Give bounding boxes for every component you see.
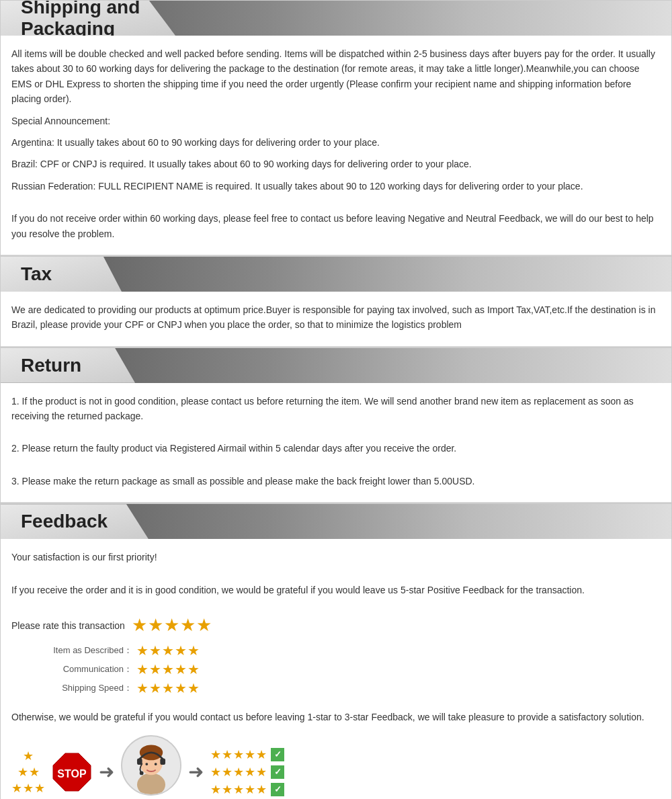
ls4: ★: [11, 781, 22, 796]
tax-header: Tax: [1, 257, 671, 292]
shipping-header-tab: Shipping and Packaging: [1, 1, 175, 36]
ls6: ★: [34, 781, 45, 796]
gs9: ★: [245, 765, 255, 780]
gs15: ★: [256, 782, 267, 797]
s3: ★: [162, 661, 174, 677]
gs10: ★: [256, 765, 267, 780]
gs4: ★: [245, 747, 255, 762]
please-rate-stars: ★ ★ ★ ★ ★: [132, 615, 212, 636]
good-stars-3: ★ ★ ★ ★ ★: [210, 782, 267, 797]
s2: ★: [149, 661, 161, 677]
low-stars-row1: ★: [23, 749, 34, 763]
item-described-row: Item as Described： ★ ★ ★ ★ ★: [25, 642, 661, 659]
shipping-p2: If you do not receive order within 60 wo…: [11, 211, 661, 241]
s5: ★: [187, 661, 200, 677]
star2: ★: [148, 615, 163, 636]
s5: ★: [187, 642, 200, 659]
stop-octagon-icon: STOP: [52, 752, 92, 792]
stop-sign: STOP: [52, 752, 92, 792]
agent-avatar: [121, 735, 181, 796]
arrow-right-icon: ➜: [99, 761, 114, 783]
tax-content: We are dedicated to providing our produc…: [1, 292, 671, 347]
feedback-section: Feedback Your satisfaction is our first …: [0, 503, 672, 799]
s1: ★: [136, 661, 149, 677]
gs3: ★: [233, 747, 244, 762]
return-header-tab: Return: [1, 348, 135, 383]
shipping-argentina: Argentina: It usually takes about 60 to …: [11, 135, 661, 150]
arrow-right-icon2: ➜: [188, 761, 204, 783]
feedback-content: Your satisfaction is our first priority!…: [1, 539, 671, 799]
s2: ★: [149, 680, 161, 696]
gs2: ★: [222, 747, 233, 762]
tax-title: Tax: [11, 263, 52, 285]
check2: ✓: [271, 765, 284, 779]
s5: ★: [187, 680, 200, 696]
feedback-title: Feedback: [11, 511, 108, 532]
svg-point-10: [155, 763, 157, 766]
gs7: ★: [222, 765, 233, 780]
shipping-russia: Russian Federation: FULL RECIPIENT NAME …: [11, 179, 661, 194]
gs11: ★: [210, 782, 221, 797]
gs5: ★: [256, 747, 267, 762]
good-stars-block: ★ ★ ★ ★ ★ ✓ ★ ★ ★ ★ ★: [210, 747, 284, 797]
feedback-line1: Your satisfaction is our first priority!: [11, 550, 661, 564]
return-item2: 2. Please return the faulty product via …: [11, 441, 661, 456]
feedback-header: Feedback: [1, 504, 671, 539]
shipping-p1: All items will be double checked and wel…: [11, 46, 661, 107]
check3: ✓: [271, 783, 284, 796]
item-described-label: Item as Described：: [25, 644, 132, 657]
good-row1: ★ ★ ★ ★ ★ ✓: [210, 747, 284, 762]
good-row2: ★ ★ ★ ★ ★ ✓: [210, 765, 284, 780]
please-rate-row: Please rate this transaction ★ ★ ★ ★ ★: [11, 615, 661, 636]
return-content: 1. If the product is not in good conditi…: [1, 383, 671, 503]
svg-point-3: [137, 773, 165, 796]
ls1: ★: [23, 749, 34, 763]
s3: ★: [162, 680, 174, 696]
shipping-special-label: Special Announcement:: [11, 114, 661, 128]
return-title: Return: [11, 355, 81, 376]
good-stars-2: ★ ★ ★ ★ ★: [210, 765, 267, 780]
feedback-line2: If you receive the order and it is in go…: [11, 583, 661, 597]
item-described-stars: ★ ★ ★ ★ ★: [136, 642, 200, 659]
svg-point-8: [140, 771, 144, 775]
return-section: Return 1. If the product is not in good …: [0, 347, 672, 504]
s4: ★: [175, 661, 187, 677]
check1: ✓: [271, 748, 284, 761]
s1: ★: [136, 642, 149, 659]
contact-block: Contact Us: [121, 735, 181, 799]
agent-icon: [122, 735, 180, 796]
tax-section: Tax We are dedicated to providing our pr…: [0, 256, 672, 347]
low-stars-row2: ★ ★: [17, 765, 40, 780]
ls3: ★: [29, 765, 40, 780]
tax-p1: We are dedicated to providing our produc…: [11, 302, 661, 333]
s4: ★: [175, 680, 187, 696]
gs8: ★: [233, 765, 244, 780]
low-stars-row3: ★ ★ ★: [11, 781, 45, 796]
communication-row: Communication： ★ ★ ★ ★ ★: [25, 661, 661, 677]
gs1: ★: [210, 747, 221, 762]
svg-rect-7: [160, 759, 165, 765]
shipping-header: Shipping and Packaging: [1, 1, 671, 36]
ls5: ★: [23, 781, 34, 796]
shipping-title: Shipping and Packaging: [11, 0, 175, 40]
gs6: ★: [210, 765, 221, 780]
star1: ★: [132, 615, 147, 636]
feedback-graphic: ★ ★ ★ ★ ★ ★ STOP ➜: [11, 735, 661, 799]
star4: ★: [180, 615, 196, 636]
gs13: ★: [233, 782, 244, 797]
return-item1: 1. If the product is not in good conditi…: [11, 394, 661, 424]
shipping-content: All items will be double checked and wel…: [1, 36, 671, 255]
return-item3: 3. Please make the return package as sma…: [11, 474, 661, 489]
s4: ★: [175, 642, 187, 659]
s3: ★: [162, 642, 174, 659]
shipping-brazil: Brazil: CPF or CNPJ is required. It usua…: [11, 157, 661, 171]
star3: ★: [164, 615, 179, 636]
low-stars-block: ★ ★ ★ ★ ★ ★: [11, 749, 45, 796]
please-rate-label: Please rate this transaction: [11, 620, 125, 631]
s2: ★: [149, 642, 161, 659]
tax-header-tab: Tax: [1, 257, 122, 292]
ls2: ★: [17, 765, 28, 780]
return-header: Return: [1, 348, 671, 383]
gs12: ★: [222, 782, 233, 797]
good-stars-1: ★ ★ ★ ★ ★: [210, 747, 267, 762]
